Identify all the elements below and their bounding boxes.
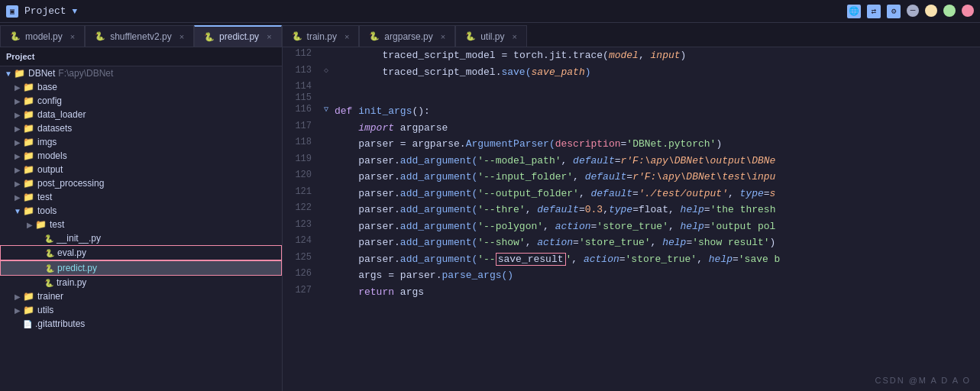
code-line-119: 119 parser.add_argument('--model_path', … — [283, 153, 980, 170]
sidebar-item-imgs[interactable]: ▶ 📁 imgs — [0, 135, 282, 149]
minimize-button[interactable] — [925, 5, 937, 17]
sidebar-item-init[interactable]: 🐍 __init__.py — [0, 231, 282, 245]
tab-icon-train: 🐍 — [292, 31, 302, 41]
tab-close-predict[interactable]: × — [267, 32, 271, 41]
arrow-utils: ▶ — [12, 306, 23, 315]
line-num-123: 123 — [283, 218, 321, 235]
sidebar-item-train-py[interactable]: 🐍 train.py — [0, 276, 282, 289]
tab-icon-argparse: 🐍 — [369, 31, 380, 41]
code-content-116: def init_args(): — [332, 103, 980, 120]
sidebar-item-predict[interactable]: 🐍 predict.py — [0, 260, 282, 276]
tab-train[interactable]: 🐍 train.py × — [282, 25, 360, 47]
arrow-data-loader: ▶ — [12, 111, 23, 119]
tree-root[interactable]: ▼ 📁 DBNet F:\apy\DBNet — [0, 66, 282, 80]
line-num-125: 125 — [283, 251, 321, 268]
sidebar-item-models[interactable]: ▶ 📁 models — [0, 149, 282, 163]
label-predict: predict.py — [57, 263, 97, 273]
tab-close-train[interactable]: × — [344, 32, 349, 41]
folder-icon-datasets: 📁 — [23, 123, 34, 134]
label-output: output — [37, 164, 63, 175]
line-num-126: 126 — [283, 267, 321, 284]
code-content-119: parser.add_argument('--model_path', defa… — [332, 153, 980, 170]
code-line-127: 127 return args — [283, 284, 980, 301]
root-label: DBNet — [28, 68, 55, 79]
fold-114 — [321, 80, 332, 92]
tab-predict[interactable]: 🐍 predict.py × — [194, 25, 281, 47]
tab-util[interactable]: 🐍 util.py × — [455, 25, 527, 47]
tab-model[interactable]: 🐍 model.py × — [0, 25, 85, 47]
sidebar-item-tools[interactable]: ▼ 📁 tools — [0, 204, 282, 218]
label-gitattributes: .gitattributes — [35, 318, 85, 329]
sidebar-item-datasets[interactable]: ▶ 📁 datasets — [0, 121, 282, 135]
fold-113: ◇ — [321, 64, 332, 81]
sidebar-item-data-loader[interactable]: ▶ 📁 data_loader — [0, 108, 282, 121]
close-button[interactable] — [962, 5, 974, 17]
tab-shufflenet[interactable]: 🐍 shufflenetv2.py × — [85, 25, 194, 47]
fold-123 — [321, 218, 332, 235]
code-line-116: 116 ▽ def init_args(): — [283, 103, 980, 120]
label-trainer: trainer — [37, 291, 63, 302]
folder-icon-output: 📁 — [23, 164, 34, 175]
line-num-115: 115 — [283, 92, 321, 103]
line-num-120: 120 — [283, 169, 321, 186]
fold-124 — [321, 234, 332, 251]
folder-icon-tools: 📁 — [23, 205, 34, 216]
tab-label-model: model.py — [25, 31, 63, 42]
tab-argparse[interactable]: 🐍 argparse.py × — [359, 25, 455, 47]
folder-icon-base: 📁 — [23, 82, 34, 92]
label-utils: utils — [37, 305, 53, 315]
sidebar-item-trainer[interactable]: ▶ 📁 trainer — [0, 289, 282, 303]
label-datasets: datasets — [37, 123, 72, 134]
line-num-112: 112 — [283, 47, 321, 64]
sidebar-item-gitattributes[interactable]: 📄 .gitattributes — [0, 317, 282, 331]
line-num-118: 118 — [283, 136, 321, 153]
label-models: models — [37, 150, 67, 161]
sidebar-item-eval[interactable]: 🐍 eval.py — [0, 245, 282, 260]
sidebar-item-test[interactable]: ▶ 📁 test — [0, 190, 282, 204]
watermark: CSDN @M A D A O — [875, 376, 971, 385]
globe-icon[interactable]: 🌐 — [847, 5, 861, 18]
label-test: test — [37, 192, 52, 202]
tab-close-model[interactable]: × — [70, 32, 75, 41]
arrow-tools-test: ▶ — [24, 221, 35, 229]
code-line-113: 113 ◇ traced_script_model.save(save_path… — [283, 64, 980, 81]
line-num-121: 121 — [283, 186, 321, 202]
maximize-button[interactable] — [943, 5, 956, 17]
sidebar-item-utils[interactable]: ▶ 📁 utils — [0, 303, 282, 317]
code-line-117: 117 import argparse — [283, 120, 980, 137]
tab-close-shufflenet[interactable]: × — [180, 32, 184, 41]
code-content-124: parser.add_argument('--show', action='st… — [332, 234, 980, 251]
sidebar-item-output[interactable]: ▶ 📁 output — [0, 163, 282, 176]
arrow-base: ▶ — [12, 83, 23, 92]
line-num-127: 127 — [283, 284, 321, 301]
arrows-icon[interactable]: ⇄ — [867, 5, 881, 18]
fold-122 — [321, 202, 332, 218]
code-line-124: 124 parser.add_argument('--show', action… — [283, 234, 980, 251]
code-content-112: traced_script_model = torch.jit.trace(mo… — [332, 47, 980, 64]
fold-118 — [321, 136, 332, 153]
code-content-125: parser.add_argument('--save_result', act… — [332, 251, 980, 268]
arrow-models: ▶ — [12, 152, 23, 160]
gear-icon[interactable]: ⚙ — [887, 5, 901, 18]
folder-icon-data-loader: 📁 — [23, 109, 34, 120]
tab-close-util[interactable]: × — [513, 32, 517, 41]
tab-label-argparse: argparse.py — [384, 31, 432, 42]
arrow-test: ▶ — [12, 193, 23, 202]
code-content-114 — [332, 80, 980, 92]
code-content-120: parser.add_argument('--input_folder', de… — [332, 169, 980, 186]
tab-close-argparse[interactable]: × — [441, 32, 445, 41]
sidebar-item-tools-test[interactable]: ▶ 📁 test — [0, 218, 282, 231]
fold-117 — [321, 120, 332, 137]
folder-icon-config: 📁 — [23, 95, 34, 106]
code-editor[interactable]: 112 traced_script_model = torch.jit.trac… — [283, 47, 980, 391]
code-content-123: parser.add_argument('--polygon', action=… — [332, 218, 980, 235]
minus-button[interactable]: ─ — [907, 5, 919, 17]
line-num-113: 113 — [283, 64, 321, 81]
file-icon-predict: 🐍 — [45, 264, 54, 273]
file-icon-train-py: 🐍 — [44, 279, 53, 287]
tab-icon-util: 🐍 — [465, 31, 476, 41]
sidebar-item-base[interactable]: ▶ 📁 base — [0, 80, 282, 94]
fold-115 — [321, 92, 332, 103]
sidebar-item-config[interactable]: ▶ 📁 config — [0, 94, 282, 108]
sidebar-item-post-processing[interactable]: ▶ 📁 post_processing — [0, 176, 282, 190]
